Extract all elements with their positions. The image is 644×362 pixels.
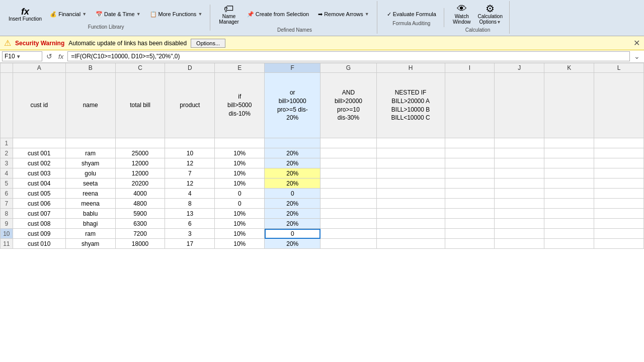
cell-D10[interactable]: 3 [165, 229, 215, 239]
remove-arrows-button[interactable]: ➡ Remove Arrows ▼ [314, 9, 373, 20]
cell-A6[interactable]: cust 005 [13, 189, 65, 199]
cell-B3[interactable]: shyam [65, 158, 115, 168]
cell-L1[interactable] [594, 138, 644, 148]
date-time-button[interactable]: 📅 Date & Time ▼ [92, 9, 144, 20]
cell-E8[interactable]: 10% [215, 209, 265, 219]
security-options-button[interactable]: Options... [191, 39, 225, 48]
col-header-k[interactable]: K [544, 63, 594, 73]
header-i[interactable] [445, 73, 495, 138]
cell-I10[interactable] [445, 229, 495, 239]
cell-K7[interactable] [544, 199, 594, 209]
more-functions-button[interactable]: 📋 More Functions ▼ [146, 9, 206, 20]
cell-A3[interactable]: cust 002 [13, 158, 65, 168]
cell-J5[interactable] [495, 178, 544, 189]
cell-L10[interactable] [594, 229, 644, 239]
header-name[interactable]: name [65, 73, 115, 138]
cell-G2[interactable] [320, 148, 376, 158]
cell-I6[interactable] [445, 189, 495, 199]
cell-J6[interactable] [495, 189, 544, 199]
header-and[interactable]: ANDbill>20000pro>=10dis-30% [320, 73, 376, 138]
security-close-button[interactable]: ✕ [633, 38, 640, 48]
cell-K3[interactable] [544, 158, 594, 168]
cell-H10[interactable] [376, 229, 445, 239]
cell-J3[interactable] [495, 158, 544, 168]
cell-E6[interactable]: 0 [215, 189, 265, 199]
col-header-a[interactable]: A [13, 63, 65, 73]
cell-F8[interactable]: 20% [265, 209, 320, 219]
cell-A7[interactable]: cust 006 [13, 199, 65, 209]
cell-D1[interactable] [165, 138, 215, 148]
cell-J1[interactable] [495, 138, 544, 148]
cell-J11[interactable] [495, 239, 544, 249]
cell-H8[interactable] [376, 209, 445, 219]
cell-D6[interactable]: 4 [165, 189, 215, 199]
cell-L7[interactable] [594, 199, 644, 209]
cell-F6[interactable]: 0 [265, 189, 320, 199]
cell-A5[interactable]: cust 004 [13, 178, 65, 189]
cell-F7[interactable]: 20% [265, 199, 320, 209]
insert-function-button[interactable]: fx Insert Function [6, 6, 44, 23]
cell-C5[interactable]: 20200 [115, 178, 165, 189]
cell-A10[interactable]: cust 009 [13, 229, 65, 239]
cell-C1[interactable] [115, 138, 165, 148]
col-header-i[interactable]: I [445, 63, 495, 73]
header-nested-if[interactable]: NESTED IFBILL>20000 ABILL>10000 BBILL<10… [376, 73, 445, 138]
cell-A2[interactable]: cust 001 [13, 148, 65, 158]
cell-L3[interactable] [594, 158, 644, 168]
cell-B9[interactable]: bhagi [65, 219, 115, 229]
cell-G6[interactable] [320, 189, 376, 199]
cell-H3[interactable] [376, 158, 445, 168]
create-from-selection-button[interactable]: 📌 Create from Selection [244, 9, 312, 20]
cell-K1[interactable] [544, 138, 594, 148]
cell-B11[interactable]: shyam [65, 239, 115, 249]
cell-D11[interactable]: 17 [165, 239, 215, 249]
col-header-c[interactable]: C [115, 63, 165, 73]
cell-D9[interactable]: 6 [165, 219, 215, 229]
cell-E9[interactable]: 10% [215, 219, 265, 229]
cell-E5[interactable]: 10% [215, 178, 265, 189]
cell-A9[interactable]: cust 008 [13, 219, 65, 229]
col-header-l[interactable]: L [594, 63, 644, 73]
cell-E10[interactable]: 10% [215, 229, 265, 239]
cell-K9[interactable] [544, 219, 594, 229]
cell-A8[interactable]: cust 007 [13, 209, 65, 219]
cell-E7[interactable]: 0 [215, 199, 265, 209]
cell-G8[interactable] [320, 209, 376, 219]
cell-C9[interactable]: 6300 [115, 219, 165, 229]
cell-C3[interactable]: 12000 [115, 158, 165, 168]
cell-H4[interactable] [376, 168, 445, 178]
cell-C4[interactable]: 12000 [115, 168, 165, 178]
cell-B7[interactable]: meena [65, 199, 115, 209]
cell-I8[interactable] [445, 209, 495, 219]
formula-refresh-icon[interactable]: ↺ [44, 52, 54, 60]
cell-ref-dropdown-arrow[interactable]: ▼ [16, 54, 21, 59]
financial-button[interactable]: 💰 Financial ▼ [46, 9, 90, 20]
cell-E3[interactable]: 10% [215, 158, 265, 168]
cell-D5[interactable]: 12 [165, 178, 215, 189]
col-header-g[interactable]: G [320, 63, 376, 73]
col-header-d[interactable]: D [165, 63, 215, 73]
header-cust-id[interactable]: cust id [13, 73, 65, 138]
cell-A1[interactable] [13, 138, 65, 148]
evaluate-formula-button[interactable]: ✓ Evaluate Formula [383, 9, 440, 20]
cell-F11[interactable]: 20% [265, 239, 320, 249]
cell-K11[interactable] [544, 239, 594, 249]
cell-J9[interactable] [495, 219, 544, 229]
cell-L5[interactable] [594, 178, 644, 189]
cell-H1[interactable] [376, 138, 445, 148]
cell-F2[interactable]: 20% [265, 148, 320, 158]
cell-H7[interactable] [376, 199, 445, 209]
cell-D8[interactable]: 13 [165, 209, 215, 219]
cell-C7[interactable]: 4800 [115, 199, 165, 209]
cell-K6[interactable] [544, 189, 594, 199]
cell-C6[interactable]: 4000 [115, 189, 165, 199]
cell-I1[interactable] [445, 138, 495, 148]
cell-H11[interactable] [376, 239, 445, 249]
cell-I5[interactable] [445, 178, 495, 189]
cell-C2[interactable]: 25000 [115, 148, 165, 158]
formula-input[interactable] [67, 51, 630, 61]
cell-B2[interactable]: ram [65, 148, 115, 158]
cell-B8[interactable]: bablu [65, 209, 115, 219]
cell-J7[interactable] [495, 199, 544, 209]
header-total-bill[interactable]: total bill [115, 73, 165, 138]
